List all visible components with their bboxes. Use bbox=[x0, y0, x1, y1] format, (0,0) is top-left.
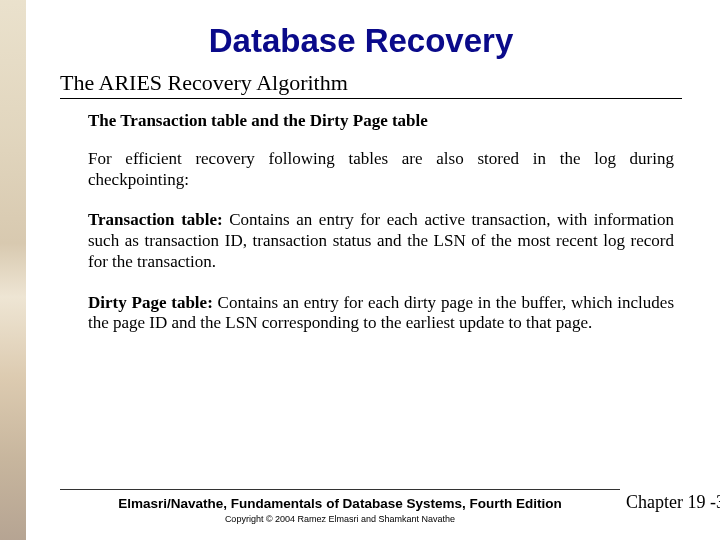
transaction-table-label: Transaction table: bbox=[88, 210, 223, 229]
copyright-text: Copyright © 2004 Ramez Elmasri and Shamk… bbox=[60, 514, 620, 524]
slide-container: Database Recovery The ARIES Recovery Alg… bbox=[0, 0, 720, 540]
intro-paragraph: For efficient recovery following tables … bbox=[88, 149, 674, 190]
footer-row: Elmasri/Navathe, Fundamentals of Databas… bbox=[60, 492, 700, 513]
transaction-table-paragraph: Transaction table: Contains an entry for… bbox=[88, 210, 674, 272]
chapter-label: Chapter 19 -30 bbox=[626, 492, 720, 513]
slide-title: Database Recovery bbox=[40, 22, 682, 60]
footer-divider bbox=[60, 489, 620, 490]
section-heading: The Transaction table and the Dirty Page… bbox=[88, 111, 682, 131]
dirty-page-table-label: Dirty Page table: bbox=[88, 293, 213, 312]
book-title: Elmasri/Navathe, Fundamentals of Databas… bbox=[60, 496, 620, 511]
footer: Elmasri/Navathe, Fundamentals of Databas… bbox=[60, 489, 700, 524]
dirty-page-table-paragraph: Dirty Page table: Contains an entry for … bbox=[88, 293, 674, 334]
slide-subtitle: The ARIES Recovery Algorithm bbox=[60, 70, 682, 96]
title-divider bbox=[60, 98, 682, 99]
